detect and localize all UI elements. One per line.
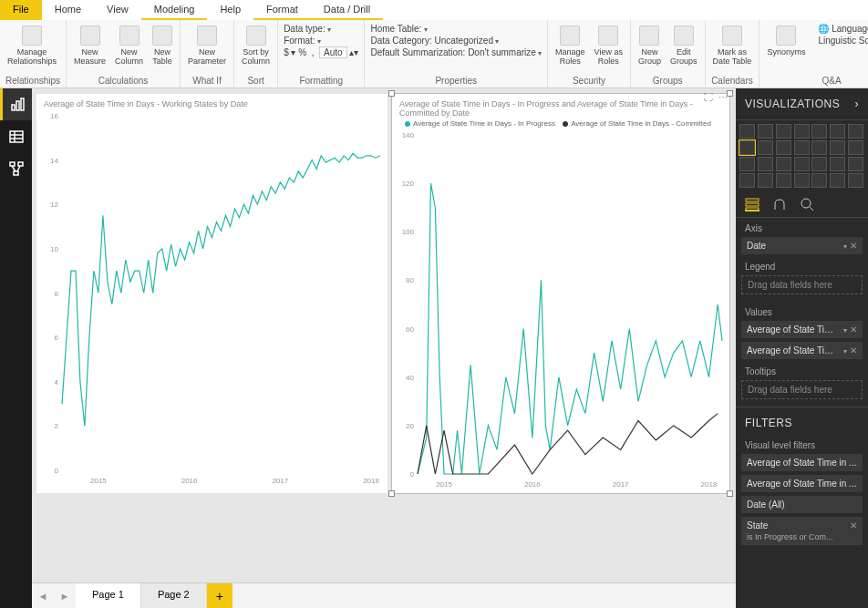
tab-format[interactable]: Format	[253, 0, 311, 20]
value-field-2[interactable]: Average of State Time in▾ ✕	[741, 342, 863, 359]
more-options-icon[interactable]: ⋯	[718, 92, 728, 102]
format-tab-icon[interactable]	[772, 197, 787, 211]
viz-type-18[interactable]	[811, 157, 827, 171]
chart-working-states[interactable]: Average of State Time in Days - Working …	[36, 94, 388, 493]
mark-date-table-button[interactable]: Mark as Date Table	[711, 24, 754, 67]
viz-type-17[interactable]	[794, 157, 810, 171]
format-tools-row: $ ▾ % , Auto ▴▾	[284, 47, 358, 57]
viz-type-26[interactable]	[830, 173, 845, 188]
new-parameter-button[interactable]: New Parameter	[186, 24, 228, 67]
sort-by-column-button[interactable]: Sort by Column	[240, 24, 272, 67]
visual-filters-label: Visual level filters	[736, 435, 868, 452]
viz-type-27[interactable]	[848, 173, 863, 188]
group-sort-label: Sort	[240, 76, 272, 86]
svg-text:6: 6	[55, 334, 59, 342]
viz-type-23[interactable]	[776, 173, 791, 188]
viz-type-15[interactable]	[758, 157, 773, 171]
default-summarization-dropdown[interactable]: Default Summarization: Don't summarize	[370, 47, 542, 57]
nav-model-icon[interactable]	[0, 152, 32, 184]
viz-type-8[interactable]	[758, 140, 773, 155]
filter-state[interactable]: State✕ is In Progress or Com...	[741, 517, 863, 545]
data-category-dropdown[interactable]: Data Category: Uncategorized	[370, 36, 542, 46]
manage-relationships-button[interactable]: Manage Relationships	[5, 24, 58, 67]
viz-type-14[interactable]	[739, 157, 755, 171]
decimals-auto-input[interactable]: Auto	[319, 46, 347, 58]
chart-inprogress-committed[interactable]: ⛶ ⋯ Average of State Time in Days - In P…	[392, 94, 729, 493]
manage-roles-button[interactable]: Manage Roles	[553, 24, 587, 67]
collapse-pane-icon[interactable]: ›	[855, 98, 860, 110]
format-dropdown[interactable]: Format:	[284, 36, 358, 46]
tab-view[interactable]: View	[94, 0, 141, 20]
chart2-title: Average of State Time in Days - In Progr…	[392, 94, 729, 119]
viz-type-1[interactable]	[758, 124, 773, 139]
viz-type-12[interactable]	[830, 140, 845, 155]
new-group-button[interactable]: New Group	[636, 24, 663, 67]
viz-type-20[interactable]	[848, 157, 863, 171]
viz-type-16[interactable]	[776, 157, 791, 171]
linguistic-schema-dropdown[interactable]: Linguistic Schema	[818, 36, 868, 46]
group-formatting-label: Formatting	[284, 76, 358, 86]
svg-rect-3	[10, 131, 23, 142]
edit-groups-button[interactable]: Edit Groups	[668, 24, 699, 67]
tooltips-drop-zone[interactable]: Drag data fields here	[741, 380, 863, 399]
filter-2[interactable]: Average of State Time in ...	[741, 475, 863, 492]
viz-type-24[interactable]	[794, 173, 810, 188]
comma-button[interactable]: ,	[312, 47, 315, 57]
tab-data-drill[interactable]: Data / Drill	[311, 0, 383, 20]
focus-mode-icon[interactable]: ⛶	[704, 92, 713, 102]
currency-button[interactable]: $	[284, 47, 289, 57]
viz-type-11[interactable]	[811, 140, 827, 155]
viz-type-13[interactable]	[848, 140, 863, 155]
viz-type-19[interactable]	[830, 157, 845, 171]
viz-type-2[interactable]	[776, 124, 791, 139]
tab-home[interactable]: Home	[42, 0, 94, 20]
viz-type-10[interactable]	[794, 140, 810, 155]
new-column-button[interactable]: New Column	[113, 24, 145, 67]
new-column-label: New Column	[115, 47, 143, 66]
remove-value2-icon[interactable]: ✕	[850, 345, 857, 356]
percent-button[interactable]: %	[298, 47, 306, 57]
nav-report-icon[interactable]	[0, 88, 32, 120]
viz-type-25[interactable]	[811, 173, 827, 188]
view-as-roles-button[interactable]: View as Roles	[593, 24, 625, 67]
data-type-dropdown[interactable]: Data type:	[284, 24, 358, 34]
language-dropdown[interactable]: 🌐 Language	[818, 24, 868, 34]
viz-type-0[interactable]	[739, 124, 755, 139]
remove-filter-state-icon[interactable]: ✕	[850, 520, 857, 531]
analytics-tab-icon[interactable]	[800, 197, 814, 211]
viz-type-5[interactable]	[830, 124, 845, 139]
new-measure-button[interactable]: New Measure	[72, 24, 108, 67]
tab-file[interactable]: File	[0, 0, 42, 20]
viz-type-3[interactable]	[794, 124, 810, 139]
new-table-button[interactable]: New Table	[150, 24, 174, 67]
tab-modeling[interactable]: Modeling	[141, 0, 208, 20]
viz-type-7[interactable]	[739, 140, 755, 155]
viz-type-4[interactable]	[811, 124, 827, 139]
viz-type-21[interactable]	[739, 173, 755, 188]
tab-help[interactable]: Help	[207, 0, 253, 20]
viz-type-22[interactable]	[758, 173, 773, 188]
fields-tab-icon[interactable]	[745, 197, 760, 211]
svg-text:120: 120	[402, 180, 415, 188]
page-next-icon[interactable]: ►	[54, 583, 76, 608]
viz-type-9[interactable]	[776, 140, 791, 155]
filter-date[interactable]: Date (All)	[741, 496, 863, 513]
add-page-button[interactable]: +	[207, 583, 232, 608]
synonyms-button[interactable]: Synonyms	[765, 24, 807, 58]
svg-text:2015: 2015	[90, 477, 107, 485]
page-tab-1[interactable]: Page 1	[76, 583, 141, 608]
axis-field-date[interactable]: Date▾ ✕	[741, 237, 863, 254]
value-field-1[interactable]: Average of State Time in▾ ✕	[741, 321, 863, 338]
remove-axis-icon[interactable]: ✕	[850, 241, 857, 251]
filter-1[interactable]: Average of State Time in ...	[741, 454, 863, 471]
viz-type-6[interactable]	[848, 124, 863, 139]
home-table-dropdown[interactable]: Home Table:	[370, 24, 542, 34]
tooltips-section-label: Tooltips	[736, 361, 868, 378]
synonyms-label: Synonyms	[767, 47, 805, 57]
page-prev-icon[interactable]: ◄	[32, 583, 54, 608]
remove-value1-icon[interactable]: ✕	[850, 325, 857, 335]
legend-drop-zone[interactable]: Drag data fields here	[741, 275, 863, 294]
report-canvas[interactable]: Average of State Time in Days - Working …	[32, 88, 736, 608]
page-tab-2[interactable]: Page 2	[141, 583, 207, 608]
nav-data-icon[interactable]	[0, 120, 32, 152]
